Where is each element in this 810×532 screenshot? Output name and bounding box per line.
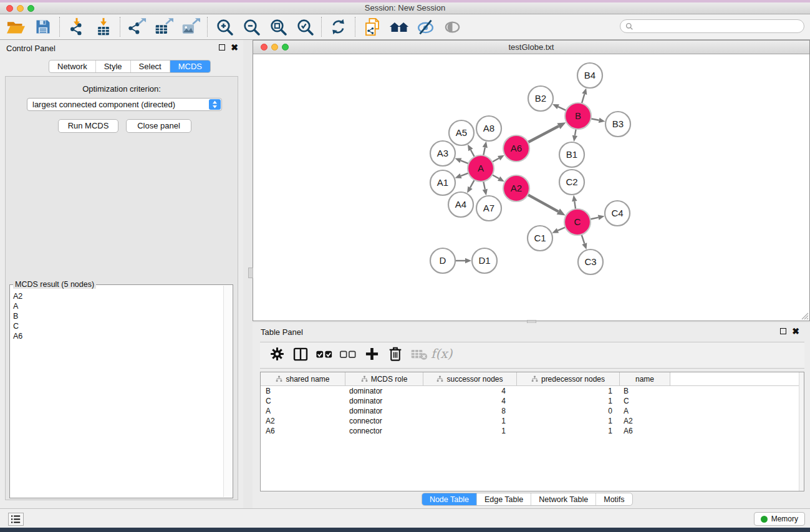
graph-edge-C-C1[interactable] (557, 227, 565, 230)
graph-edge-A-A3[interactable] (461, 160, 469, 163)
delete-table-button[interactable] (407, 344, 431, 367)
column-header-shared-name[interactable]: shared name (261, 372, 345, 386)
tab-motifs[interactable]: Motifs (596, 493, 632, 505)
refresh-button[interactable] (325, 16, 352, 38)
export-image-button[interactable] (177, 16, 204, 38)
minimize-window-button[interactable] (17, 5, 24, 12)
graph-edge-C-C3[interactable] (582, 235, 585, 244)
result-item[interactable]: C (13, 321, 223, 331)
table-row[interactable]: Adominator80A (261, 406, 804, 416)
show-all-networks-button[interactable] (385, 16, 412, 38)
mcds-panel: Optimization criterion: largest connecte… (5, 76, 238, 500)
float-panel-icon[interactable] (219, 44, 225, 51)
criterion-dropdown[interactable]: largest connected component (directed) (27, 98, 222, 111)
style-visibility-button[interactable] (412, 16, 439, 38)
graph-node-label: C (574, 216, 581, 227)
zoom-in-button[interactable] (211, 16, 238, 38)
table-row[interactable]: A6connector11A6 (261, 426, 804, 436)
open-file-button[interactable] (2, 16, 29, 38)
network-canvas[interactable]: B4B2BB3A8A5A6A3B1AC2A1A2A4A7C4CC1DD1C3 (253, 54, 809, 321)
vertical-splitter-handle[interactable] (248, 268, 253, 278)
select-all-button[interactable] (312, 344, 336, 367)
import-table-button[interactable] (90, 16, 117, 38)
add-column-button[interactable] (360, 344, 383, 367)
column-header-predecessor-nodes[interactable]: predecessor nodes (517, 372, 620, 386)
memory-button[interactable]: Memory (754, 512, 805, 526)
window-titlebar[interactable]: Session: New Session (0, 2, 810, 14)
edge-arrowhead (455, 158, 462, 163)
graph-edge-B-B4[interactable] (582, 94, 584, 104)
new-session-from-network-icon (364, 17, 381, 37)
task-history-button[interactable] (8, 513, 24, 526)
save-session-button[interactable] (29, 16, 56, 38)
graph-edge-B-B1[interactable] (575, 129, 576, 136)
network-window: testGlobe.txt B4B2BB3A8A5A6A3B1AC2A1A2A4… (253, 40, 810, 321)
zoom-selected-button[interactable] (291, 16, 318, 38)
graph-edge-B-B3[interactable] (591, 118, 599, 120)
result-scrollbar[interactable] (223, 286, 232, 497)
table-row[interactable]: Cdominator41C (261, 396, 804, 406)
table-row[interactable]: A2connector11A2 (261, 416, 804, 426)
close-panel-icon[interactable]: ✖ (231, 44, 238, 51)
export-table-button[interactable] (150, 16, 177, 38)
graph-edge-C-C2[interactable] (574, 201, 576, 210)
graph-edge-C-C4[interactable] (591, 218, 599, 220)
graph-edge-A2-C[interactable] (528, 195, 558, 211)
float-table-panel-icon[interactable] (780, 328, 786, 334)
tab-network[interactable]: Network (49, 60, 96, 72)
result-item[interactable]: A2 (13, 291, 223, 301)
close-table-panel-icon[interactable]: ✖ (792, 328, 799, 334)
zoom-out-button[interactable] (238, 16, 264, 38)
graph-edge-A-A8[interactable] (483, 147, 485, 155)
memory-label: Memory (771, 515, 798, 523)
cell: A (261, 406, 345, 416)
column-header-name[interactable]: name (620, 372, 670, 386)
graph-edge-A-A6[interactable] (492, 158, 499, 162)
function-builder-button[interactable]: f(x) (431, 344, 455, 367)
tab-edge-table[interactable]: Edge Table (477, 493, 531, 505)
graph-edge-A-A4[interactable] (470, 180, 475, 188)
edge-arrowhead (465, 258, 471, 263)
column-header-successor-nodes[interactable]: successor nodes (423, 372, 517, 386)
network-minimize-button[interactable] (271, 44, 278, 51)
show-columns-button[interactable] (289, 344, 312, 367)
tab-network-table[interactable]: Network Table (531, 493, 596, 505)
search-field[interactable] (620, 19, 804, 33)
new-session-from-network-button[interactable] (359, 16, 385, 38)
network-close-button[interactable] (261, 44, 268, 51)
graph-edge-A-A2[interactable] (492, 175, 499, 178)
close-window-button[interactable] (6, 5, 13, 12)
result-item[interactable]: A (13, 301, 223, 311)
graph-edge-A-A1[interactable] (461, 173, 468, 176)
tab-mcds[interactable]: MCDS (170, 60, 210, 72)
search-input[interactable] (636, 21, 804, 32)
resize-grip-icon[interactable] (800, 311, 809, 320)
refresh-icon (330, 18, 347, 36)
table-row[interactable]: Bdominator41B (261, 386, 804, 396)
control-panel: Control Panel ✖ NetworkStyleSelectMCDS O… (0, 40, 243, 508)
network-zoom-button[interactable] (282, 44, 289, 51)
table-scrollbar[interactable] (799, 372, 804, 491)
tab-style[interactable]: Style (96, 60, 131, 72)
graph-edge-A-A5[interactable] (471, 150, 475, 157)
close-panel-button[interactable]: Close panel (126, 119, 191, 133)
preview-button[interactable] (439, 16, 466, 38)
tab-node-table[interactable]: Node Table (422, 493, 477, 505)
column-header-MCDS-role[interactable]: MCDS role (345, 372, 423, 386)
graph-edge-A6-B[interactable] (528, 126, 559, 142)
zoom-window-button[interactable] (27, 5, 34, 12)
result-item[interactable]: A6 (13, 331, 223, 341)
tab-select[interactable]: Select (131, 60, 170, 72)
delete-column-button[interactable] (383, 344, 407, 367)
graph-edge-B-B2[interactable] (558, 107, 566, 110)
graph-edge-A-A7[interactable] (483, 181, 485, 190)
import-network-button[interactable] (63, 16, 90, 38)
run-mcds-button[interactable]: Run MCDS (58, 119, 118, 133)
table-settings-button[interactable] (265, 344, 289, 367)
cell: 1 (517, 386, 620, 396)
deselect-all-button[interactable] (336, 344, 360, 367)
network-window-titlebar[interactable]: testGlobe.txt (253, 41, 809, 54)
zoom-fit-button[interactable] (264, 16, 291, 38)
result-item[interactable]: B (13, 311, 223, 321)
export-network-button[interactable] (123, 16, 150, 38)
